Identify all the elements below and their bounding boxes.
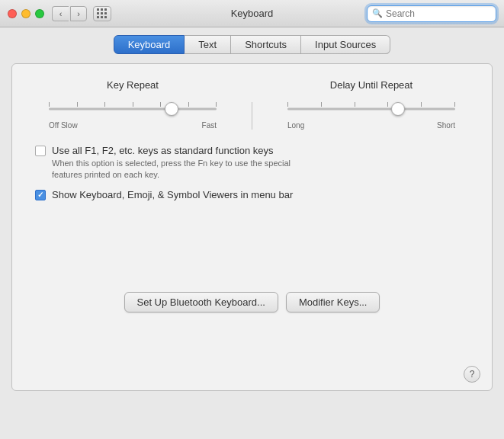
fn-keys-row: Use all F1, F2, etc. keys as standard fu… [35, 145, 469, 181]
fn-keys-sublabel: When this option is selected, press the … [52, 158, 291, 181]
grid-view-button[interactable] [93, 6, 111, 21]
fn-keys-label-group: Use all F1, F2, etc. keys as standard fu… [52, 145, 291, 181]
key-repeat-left-label: Off Slow [49, 121, 78, 130]
key-repeat-title: Key Repeat [107, 79, 159, 91]
content-panel: Key Repeat [11, 63, 493, 391]
delay-repeat-right-label: Short [437, 121, 455, 130]
show-keyboard-viewer-label-group: Show Keyboard, Emoji, & Symbol Viewers i… [52, 189, 293, 200]
show-keyboard-viewer-row: Show Keyboard, Emoji, & Symbol Viewers i… [35, 189, 469, 200]
main-content: Keyboard Text Shortcuts Input Sources Ke… [0, 27, 504, 399]
show-keyboard-viewer-checkbox[interactable] [35, 190, 46, 200]
modifier-keys-button[interactable]: Modifier Keys... [286, 292, 380, 312]
show-keyboard-viewer-label: Show Keyboard, Emoji, & Symbol Viewers i… [52, 189, 293, 200]
traffic-lights [8, 9, 44, 18]
nav-forward-button[interactable]: › [70, 6, 87, 21]
delay-repeat-labels: Long Short [287, 121, 455, 130]
minimize-button[interactable] [21, 9, 30, 18]
key-repeat-labels: Off Slow Fast [49, 121, 217, 130]
delay-repeat-title: Delay Until Repeat [330, 79, 413, 91]
grid-icon [97, 8, 108, 19]
tab-text[interactable]: Text [185, 35, 231, 54]
nav-arrows: ‹ › [52, 6, 87, 21]
delay-repeat-section: Delay Until Repeat Long [287, 79, 455, 130]
delay-repeat-left-label: Long [287, 121, 304, 130]
search-icon: 🔍 [372, 8, 383, 18]
key-repeat-right-label: Fast [202, 121, 217, 130]
delay-repeat-slider-wrap [287, 98, 455, 120]
maximize-button[interactable] [35, 9, 44, 18]
titlebar: ‹ › Keyboard 🔍 [0, 0, 504, 27]
close-button[interactable] [8, 9, 17, 18]
sliders-divider [252, 102, 252, 130]
tab-bar: Keyboard Text Shortcuts Input Sources [11, 35, 493, 54]
search-box[interactable]: 🔍 [367, 5, 496, 22]
tab-input-sources[interactable]: Input Sources [301, 35, 390, 54]
tab-shortcuts[interactable]: Shortcuts [231, 35, 301, 54]
tab-keyboard[interactable]: Keyboard [114, 35, 185, 54]
fn-keys-checkbox[interactable] [35, 146, 46, 156]
bluetooth-keyboard-button[interactable]: Set Up Bluetooth Keyboard... [124, 292, 278, 312]
nav-back-button[interactable]: ‹ [52, 6, 69, 21]
window-title: Keyboard [231, 8, 274, 19]
fn-keys-label: Use all F1, F2, etc. keys as standard fu… [52, 145, 291, 156]
key-repeat-section: Key Repeat [49, 79, 217, 130]
sliders-row: Key Repeat [35, 79, 469, 130]
help-button[interactable]: ? [464, 366, 480, 383]
key-repeat-slider-wrap [49, 98, 217, 120]
bottom-buttons: Set Up Bluetooth Keyboard... Modifier Ke… [35, 292, 469, 312]
search-input[interactable] [386, 8, 485, 19]
